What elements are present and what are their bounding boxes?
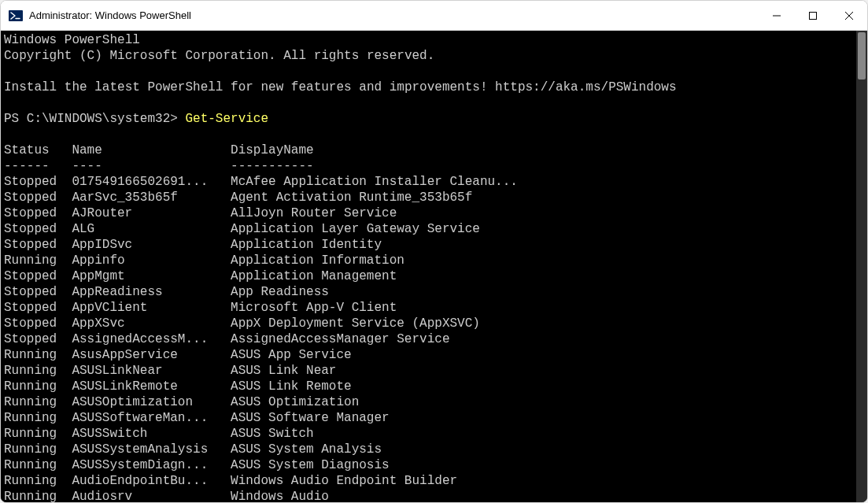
header-displayname: DisplayName [231,142,314,158]
divider-status: ------ [4,158,72,174]
table-row: StoppedALGApplication Layer Gateway Serv… [4,222,480,236]
table-divider: --------------------- [4,159,314,173]
cell-displayname: Application Identity [231,237,382,253]
cell-name: AssignedAccessM... [72,331,231,347]
cell-displayname: ASUS Link Near [231,363,336,379]
cell-displayname: App Readiness [231,284,329,300]
cell-name: AppVClient [72,300,231,316]
cell-name: ASUSSwitch [72,426,231,442]
prompt: PS C:\WINDOWS\system32> [4,112,185,126]
divider-displayname: ----------- [231,158,314,174]
table-row: StoppedAssignedAccessM...AssignedAccessM… [4,332,449,346]
close-icon [845,12,853,20]
cell-displayname: AllJoyn Router Service [231,205,397,221]
cell-status: Running [4,426,72,442]
titlebar[interactable]: Administrator: Windows PowerShell [1,1,867,31]
cell-displayname: McAfee Application Installer Cleanu... [231,174,518,190]
svg-rect-0 [9,10,23,21]
window-controls [759,1,867,30]
command-text: Get-Service [185,112,268,126]
cell-name: 017549166502691... [72,174,231,190]
cell-displayname: ASUS Optimization [231,394,359,410]
cell-displayname: Application Management [231,268,397,284]
table-row: StoppedAppXSvcAppX Deployment Service (A… [4,316,480,331]
cell-status: Running [4,489,72,502]
close-button[interactable] [831,1,867,30]
cell-displayname: ASUS Link Remote [231,379,352,394]
minimize-button[interactable] [759,1,795,30]
scrollbar[interactable] [856,31,867,502]
cell-displayname: ASUS Software Manager [231,410,390,426]
table-row: RunningASUSLinkNearASUS Link Near [4,364,336,378]
cell-name: AudioEndpointBu... [72,473,231,489]
cell-status: Running [4,442,72,457]
table-row: StoppedAJRouterAllJoyn Router Service [4,206,397,220]
cell-status: Stopped [4,237,72,253]
cell-displayname: Agent Activation Runtime_353b65f [231,190,472,205]
cell-name: AarSvc_353b65f [72,190,231,205]
cell-displayname: AppX Deployment Service (AppXSVC) [231,316,480,331]
powershell-window: Administrator: Windows PowerShell Window… [0,0,868,503]
cell-displayname: ASUS System Analysis [231,442,382,457]
cell-status: Stopped [4,331,72,347]
cell-displayname: Application Layer Gateway Service [231,221,480,237]
cell-status: Stopped [4,316,72,331]
cell-status: Stopped [4,268,72,284]
minimize-icon [773,12,781,20]
table-row: RunningASUSOptimizationASUS Optimization [4,395,359,409]
cell-displayname: ASUS App Service [231,347,352,363]
cell-name: AppXSvc [72,316,231,331]
cell-status: Running [4,394,72,410]
table-row: RunningASUSSwitchASUS Switch [4,427,314,441]
divider-name: ---- [72,158,231,174]
cell-status: Running [4,363,72,379]
cell-name: ASUSOptimization [72,394,231,410]
cell-name: AppReadiness [72,284,231,300]
svg-rect-3 [810,12,817,19]
table-row: StoppedAppReadinessApp Readiness [4,285,329,299]
cell-name: AppMgmt [72,268,231,284]
terminal-output[interactable]: Windows PowerShell Copyright (C) Microso… [1,31,856,502]
table-row: RunningASUSLinkRemoteASUS Link Remote [4,379,352,394]
cell-displayname: AssignedAccessManager Service [231,331,449,347]
cell-displayname: ASUS System Diagnosis [231,457,390,473]
cell-status: Stopped [4,190,72,205]
cell-status: Running [4,457,72,473]
cell-name: ASUSSystemDiagn... [72,457,231,473]
header-status: Status [4,142,72,158]
maximize-icon [809,12,817,20]
cell-displayname: Application Information [231,253,404,268]
header-name: Name [72,142,231,158]
table-row: Stopped017549166502691...McAfee Applicat… [4,175,518,189]
maximize-button[interactable] [795,1,831,30]
cell-status: Running [4,253,72,268]
cell-status: Running [4,473,72,489]
cell-name: ASUSSoftwareMan... [72,410,231,426]
cell-status: Running [4,347,72,363]
cell-name: Audiosrv [72,489,231,502]
cell-status: Running [4,410,72,426]
table-row: RunningAudioEndpointBu...Windows Audio E… [4,474,457,488]
cell-status: Stopped [4,284,72,300]
banner-line-3: Install the latest PowerShell for new fe… [4,80,677,94]
table-row: RunningASUSSystemAnalysisASUS System Ana… [4,442,382,457]
cell-displayname: Windows Audio [231,489,329,502]
table-row: RunningAppinfoApplication Information [4,253,404,268]
table-row: RunningAsusAppServiceASUS App Service [4,348,352,362]
table-row: RunningASUSSoftwareMan...ASUS Software M… [4,411,390,425]
table-row: RunningAudiosrvWindows Audio [4,490,329,502]
cell-name: Appinfo [72,253,231,268]
cell-name: ASUSLinkRemote [72,379,231,394]
cell-status: Stopped [4,300,72,316]
table-row: StoppedAarSvc_353b65fAgent Activation Ru… [4,190,472,205]
cell-name: AppIDSvc [72,237,231,253]
terminal-wrapper: Windows PowerShell Copyright (C) Microso… [1,31,867,502]
banner-line-2: Copyright (C) Microsoft Corporation. All… [4,49,434,63]
cell-displayname: Windows Audio Endpoint Builder [231,473,457,489]
window-title: Administrator: Windows PowerShell [29,9,191,21]
cell-displayname: Microsoft App-V Client [231,300,397,316]
cell-name: AsusAppService [72,347,231,363]
scrollbar-thumb[interactable] [858,32,866,80]
cell-displayname: ASUS Switch [231,426,314,442]
cell-name: ASUSLinkNear [72,363,231,379]
